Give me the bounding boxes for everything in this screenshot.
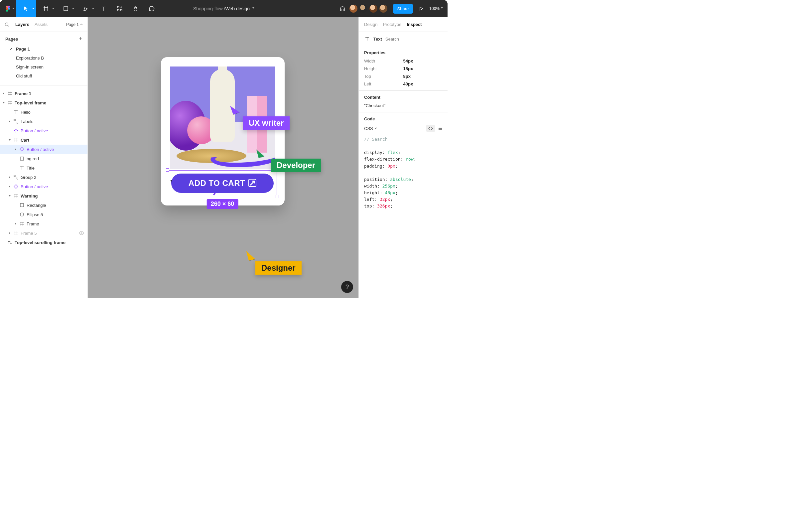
layer-row[interactable]: Top-level frame	[0, 98, 88, 108]
disclosure-triangle	[14, 213, 17, 216]
layer-row[interactable]: bg red	[0, 154, 88, 163]
page-item[interactable]: Old stuff	[0, 72, 88, 80]
hand-tool-button[interactable]	[128, 0, 144, 17]
tab-design[interactable]: Design	[364, 22, 377, 27]
frame-tool-button[interactable]	[36, 0, 56, 17]
code-settings-button[interactable]	[438, 126, 442, 130]
text-tool-button[interactable]	[96, 0, 112, 17]
add-to-cart-button[interactable]: ADD TO CART ↗	[171, 174, 274, 193]
page-selector[interactable]: Page 1	[66, 22, 83, 27]
layer-row[interactable]: Ellipse 5	[0, 210, 88, 219]
resources-button[interactable]	[112, 0, 128, 17]
prop-value[interactable]: 8px	[403, 74, 442, 79]
hand-icon	[133, 6, 139, 12]
prop-value[interactable]: 18px	[403, 66, 442, 71]
disclosure-triangle[interactable]	[14, 148, 17, 151]
disclosure-triangle[interactable]	[8, 175, 11, 179]
disclosure-triangle	[14, 204, 17, 207]
avatar[interactable]	[349, 4, 358, 13]
page-name: Sign-in screen	[16, 64, 43, 70]
layer-row[interactable]: Button / active	[0, 126, 88, 135]
prop-value[interactable]: 54px	[403, 58, 442, 63]
list-icon	[438, 126, 442, 130]
svg-rect-3	[120, 9, 122, 11]
pen-icon	[83, 6, 89, 12]
layer-row[interactable]: Group 2	[0, 173, 88, 182]
topbar: Shopping-flow / Web design Share 100%	[0, 0, 448, 17]
canvas[interactable]: Vase $29.99 ADD TO CART ↗ 260 × 60 UX wr…	[88, 17, 358, 298]
disclosure-triangle[interactable]	[14, 222, 17, 225]
code-title: Code	[364, 116, 442, 121]
layer-row[interactable]: Button / active	[0, 145, 88, 154]
right-panel-tabs: Design Prototype Inspect	[359, 17, 448, 32]
page-item[interactable]: ✓Page 1	[0, 44, 88, 54]
tab-prototype[interactable]: Prototype	[383, 22, 401, 27]
svg-point-13	[81, 232, 82, 234]
audio-button[interactable]	[337, 0, 348, 17]
disclosure-triangle[interactable]	[2, 101, 5, 104]
prop-value[interactable]: 40px	[403, 81, 442, 87]
layer-row[interactable]: Frame 1	[0, 89, 88, 98]
resize-handle[interactable]	[276, 195, 279, 198]
disclosure-triangle	[8, 110, 11, 114]
page-item[interactable]: Sign-in screen	[0, 62, 88, 72]
layer-row[interactable]: Labels	[0, 117, 88, 126]
multiplayer-cursor-designer: Designer	[247, 250, 302, 274]
scroll-icon	[7, 240, 13, 245]
avatar[interactable]	[379, 4, 388, 13]
search-icon[interactable]	[5, 22, 9, 27]
layer-row[interactable]: Rectangle	[0, 201, 88, 210]
selection-bounds[interactable]: ADD TO CART ↗ 260 × 60	[165, 168, 280, 199]
present-button[interactable]	[415, 3, 427, 15]
frame-icon	[7, 91, 13, 96]
move-tool-button[interactable]	[16, 0, 36, 17]
disclosure-triangle[interactable]	[8, 120, 11, 123]
svg-point-12	[20, 213, 24, 216]
layer-row[interactable]: Title	[0, 163, 88, 173]
code-lang-selector[interactable]: CSS	[364, 126, 377, 131]
layer-row[interactable]: Hello	[0, 108, 88, 117]
add-page-button[interactable]: +	[78, 36, 82, 42]
visibility-icon[interactable]	[79, 231, 84, 235]
resize-handle[interactable]	[166, 195, 169, 198]
selection-dimensions: 260 × 60	[207, 199, 239, 209]
avatar[interactable]	[369, 4, 378, 13]
layer-row[interactable]: Top-level scrolling frame	[0, 238, 88, 247]
code-block[interactable]: // Search display: flex; flex-direction:…	[364, 136, 442, 210]
avatar[interactable]	[359, 4, 368, 13]
disclosure-triangle[interactable]	[8, 231, 11, 235]
page-selector-label: Page 1	[66, 22, 79, 27]
disclosure-triangle[interactable]	[2, 92, 5, 95]
svg-rect-9	[14, 175, 15, 176]
group-icon	[13, 174, 19, 180]
tab-assets[interactable]: Assets	[35, 22, 48, 27]
layer-row[interactable]: Frame 5	[0, 228, 88, 238]
shape-tool-button[interactable]	[56, 0, 76, 17]
pen-tool-button[interactable]	[76, 0, 96, 17]
svg-rect-8	[20, 157, 24, 160]
properties-title: Properties	[364, 50, 442, 55]
svg-rect-11	[20, 204, 24, 207]
disclosure-triangle[interactable]	[8, 194, 11, 197]
prop-key: Left	[364, 81, 403, 87]
share-button[interactable]: Share	[393, 4, 414, 14]
zoom-value: 100%	[429, 6, 440, 11]
comment-tool-button[interactable]	[144, 0, 159, 17]
help-button[interactable]: ?	[341, 281, 353, 293]
code-view-button[interactable]	[426, 125, 435, 132]
tab-inspect[interactable]: Inspect	[407, 22, 422, 27]
figma-menu-button[interactable]	[0, 0, 16, 17]
layer-row[interactable]: Button / active	[0, 182, 88, 191]
disclosure-triangle	[2, 241, 5, 244]
layer-row[interactable]: Warning	[0, 191, 88, 201]
layer-row[interactable]: Frame	[0, 219, 88, 228]
resize-handle[interactable]	[166, 168, 169, 172]
page-item[interactable]: Explorations B	[0, 54, 88, 62]
disclosure-triangle[interactable]	[8, 185, 11, 188]
content-value[interactable]: "Checkout"	[364, 103, 442, 108]
disclosure-triangle[interactable]	[8, 138, 11, 141]
layer-row[interactable]: Cart	[0, 135, 88, 145]
cursor-icon	[230, 103, 240, 114]
zoom-control[interactable]: 100%	[429, 6, 443, 11]
tab-layers[interactable]: Layers	[15, 22, 29, 27]
